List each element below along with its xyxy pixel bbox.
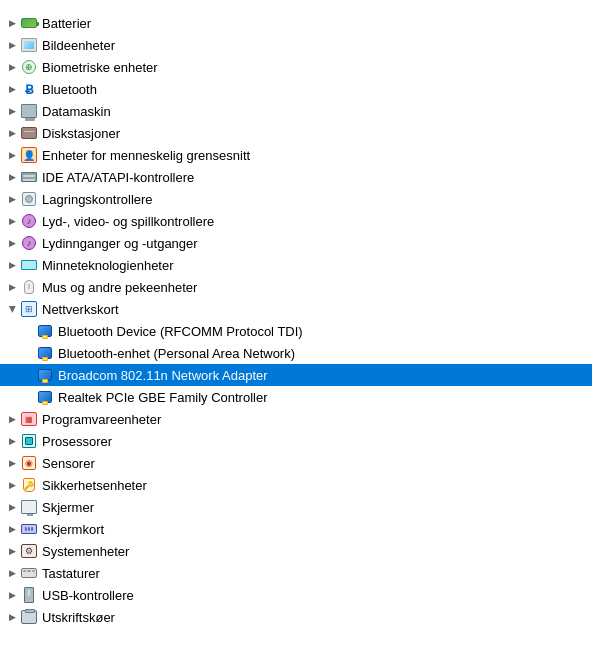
disk-icon [20, 124, 38, 142]
expand-arrow[interactable] [4, 147, 20, 163]
expand-arrow[interactable] [4, 499, 20, 515]
tree-item-prosessorer[interactable]: Prosessorer [0, 430, 592, 452]
biometric-icon: ⊕ [20, 58, 38, 76]
expand-arrow[interactable] [4, 609, 20, 625]
tree-item-bluetooth-device[interactable]: Bluetooth Device (RFCOMM Protocol TDI) [0, 320, 592, 342]
gpu-icon [20, 520, 38, 538]
tree-item-bluetooth-enhet[interactable]: Bluetooth-enhet (Personal Area Network) [0, 342, 592, 364]
expand-arrow[interactable] [4, 543, 20, 559]
image-icon [20, 36, 38, 54]
system-icon: ⚙ [20, 542, 38, 560]
net-adapter-icon [36, 366, 54, 384]
expand-arrow[interactable] [4, 169, 20, 185]
expand-arrow[interactable] [4, 521, 20, 537]
tree-item-skjermer[interactable]: Skjermer [0, 496, 592, 518]
tree-item-usb-kontrollere[interactable]: USB-kontrollere [0, 584, 592, 606]
tree-item-label: Realtek PCIe GBE Family Controller [58, 390, 268, 405]
tree-item-ide-atapi[interactable]: IDE ATA/ATAPI-kontrollere [0, 166, 592, 188]
expand-arrow[interactable] [4, 81, 20, 97]
expand-arrow[interactable] [4, 191, 20, 207]
usb-icon [20, 586, 38, 604]
net-adapter-icon [36, 344, 54, 362]
memory-icon [20, 256, 38, 274]
tree-item-label: Enheter for menneskelig grensesnitt [42, 148, 250, 163]
keyboard-icon [20, 564, 38, 582]
mouse-icon [20, 278, 38, 296]
tree-item-realtek[interactable]: Realtek PCIe GBE Family Controller [0, 386, 592, 408]
tree-item-label: Biometriske enheter [42, 60, 158, 75]
tree-item-label: Sensorer [42, 456, 95, 471]
tree-item-nettverkskort[interactable]: ⊞Nettverkskort [0, 298, 592, 320]
computer-icon [20, 102, 38, 120]
tree-item-label: Datamaskin [42, 104, 111, 119]
tree-item-bluetooth[interactable]: ɃBluetooth [0, 78, 592, 100]
security-icon: 🔑 [20, 476, 38, 494]
expand-arrow[interactable] [4, 565, 20, 581]
expand-arrow[interactable] [4, 125, 20, 141]
bluetooth-icon: Ƀ [20, 80, 38, 98]
tree-item-label: Diskstasjoner [42, 126, 120, 141]
tree-item-label: Lyd-, video- og spillkontrollere [42, 214, 214, 229]
tree-item-mus[interactable]: Mus og andre pekeenheter [0, 276, 592, 298]
network-icon: ⊞ [20, 300, 38, 318]
program-icon: ▦ [20, 410, 38, 428]
expand-arrow[interactable] [4, 433, 20, 449]
tree-item-label: Prosessorer [42, 434, 112, 449]
tree-item-label: Bluetooth-enhet (Personal Area Network) [58, 346, 295, 361]
battery-icon [20, 14, 38, 32]
tree-item-sensorer[interactable]: ◉Sensorer [0, 452, 592, 474]
expand-arrow[interactable] [4, 411, 20, 427]
expand-arrow[interactable] [4, 455, 20, 471]
expand-arrow[interactable] [4, 37, 20, 53]
expand-arrow[interactable] [4, 587, 20, 603]
expand-arrow[interactable] [4, 59, 20, 75]
tree-item-label: IDE ATA/ATAPI-kontrollere [42, 170, 194, 185]
tree-item-diskstasjoner[interactable]: Diskstasjoner [0, 122, 592, 144]
tree-item-batterier[interactable]: Batterier [0, 12, 592, 34]
processor-icon [20, 432, 38, 450]
tree-item-label: Skjermer [42, 500, 94, 515]
expand-arrow[interactable] [4, 15, 20, 31]
tree-item-utskriftskøer[interactable]: Utskriftskøer [0, 606, 592, 628]
expand-arrow[interactable] [4, 301, 20, 317]
sound-icon: ♪ [20, 212, 38, 230]
tree-item-label: Batterier [42, 16, 91, 31]
storage-icon [20, 190, 38, 208]
tree-item-minneteknologi[interactable]: Minneteknologienheter [0, 254, 592, 276]
sound-icon: ♪ [20, 234, 38, 252]
tree-item-label: Bluetooth Device (RFCOMM Protocol TDI) [58, 324, 303, 339]
tree-item-label: Bluetooth [42, 82, 97, 97]
net-adapter-icon [36, 322, 54, 340]
expand-arrow[interactable] [4, 257, 20, 273]
printer-icon [20, 608, 38, 626]
net-adapter-icon [36, 388, 54, 406]
tree-item-label: Broadcom 802.11n Network Adapter [58, 368, 268, 383]
tree-item-label: USB-kontrollere [42, 588, 134, 603]
expand-arrow[interactable] [4, 213, 20, 229]
tree-item-sikkerhetsenheter[interactable]: 🔑Sikkerhetsenheter [0, 474, 592, 496]
tree-item-bildeenheter[interactable]: Bildeenheter [0, 34, 592, 56]
expand-arrow[interactable] [4, 103, 20, 119]
monitor-icon [20, 498, 38, 516]
tree-item-skjermkort[interactable]: Skjermkort [0, 518, 592, 540]
tree-item-label: Utskriftskøer [42, 610, 115, 625]
expand-arrow[interactable] [4, 235, 20, 251]
expand-arrow[interactable] [4, 477, 20, 493]
tree-item-lydinnganger[interactable]: ♪Lydinnganger og -utganger [0, 232, 592, 254]
device-manager-tree: BatterierBildeenheter⊕Biometriske enhete… [0, 8, 592, 632]
tree-item-biometriske[interactable]: ⊕Biometriske enheter [0, 56, 592, 78]
tree-item-label: Bildeenheter [42, 38, 115, 53]
tree-item-tastaturer[interactable]: Tastaturer [0, 562, 592, 584]
tree-item-broadcom[interactable]: Broadcom 802.11n Network Adapter [0, 364, 592, 386]
expand-arrow[interactable] [4, 279, 20, 295]
tree-item-datamaskin[interactable]: Datamaskin [0, 100, 592, 122]
tree-item-label: Skjermkort [42, 522, 104, 537]
tree-item-enheter-menneskelig[interactable]: 👤Enheter for menneskelig grensesnitt [0, 144, 592, 166]
tree-item-programvare[interactable]: ▦Programvareenheter [0, 408, 592, 430]
tree-item-lyd-video[interactable]: ♪Lyd-, video- og spillkontrollere [0, 210, 592, 232]
tree-item-lagringskontrollere[interactable]: Lagringskontrollere [0, 188, 592, 210]
tree-item-label: Nettverkskort [42, 302, 119, 317]
ide-icon [20, 168, 38, 186]
tree-item-label: Tastaturer [42, 566, 100, 581]
tree-item-systemenheter[interactable]: ⚙Systemenheter [0, 540, 592, 562]
